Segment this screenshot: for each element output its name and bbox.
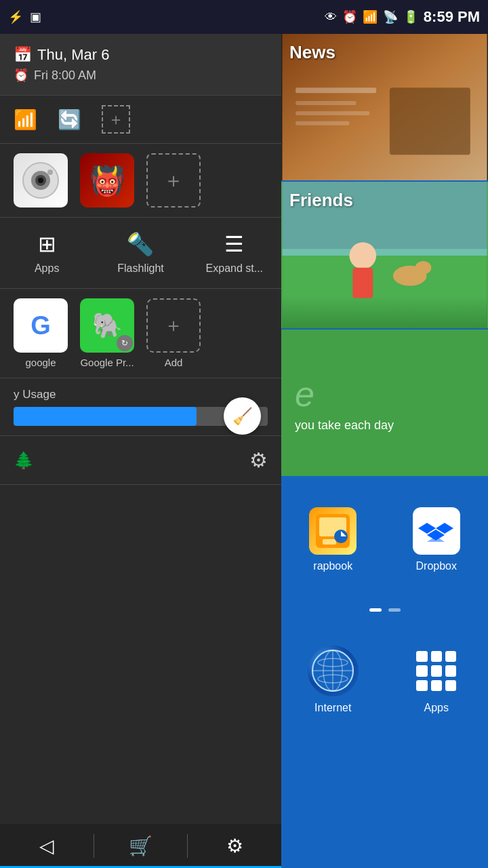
memory-section: y Usage 2.66GB 🧹 (0, 378, 281, 436)
status-icons-left: ⚡ ▣ (8, 9, 41, 24)
dropbox-label: Dropbox (416, 560, 457, 572)
expand-icon: ☰ (224, 231, 244, 257)
dropbox-icon (413, 507, 460, 555)
add-shortcut-button[interactable]: ＋ (146, 153, 201, 208)
svg-rect-13 (282, 249, 487, 328)
date-text: Thu, Mar 6 (37, 46, 109, 64)
expand-action[interactable]: ☰ Expand st... (188, 227, 281, 279)
memory-bar-wrapper: 2.66GB 🧹 (14, 407, 268, 426)
wifi-toggle[interactable]: 📶 (14, 108, 37, 131)
flashlight-action-label: Flashlight (117, 262, 163, 275)
settings-gear-icon[interactable]: ⚙ (249, 448, 268, 472)
calendar-icon: 📅 (14, 46, 32, 64)
svg-rect-22 (323, 539, 336, 545)
memory-bar-fill (14, 407, 197, 426)
right-panel: News Friends e you take each day (281, 34, 488, 868)
tree-icon: 🌲 (14, 451, 34, 470)
menu-gear-icon: ⚙ (226, 835, 243, 857)
apps-row-1: rapbook Dropbox (281, 477, 488, 603)
cart-icon: 🛒 (129, 835, 152, 857)
apps-action[interactable]: ⊞ Apps (0, 227, 94, 279)
home-button[interactable]: 🛒 (94, 824, 188, 868)
page-indicator (281, 603, 488, 617)
back-button[interactable]: ◁ (0, 824, 94, 868)
add-pinned-label: Add (165, 357, 183, 368)
dropbox-tile[interactable]: Dropbox (385, 477, 489, 601)
apps-home-label: Apps (424, 702, 449, 714)
svg-rect-16 (352, 268, 373, 298)
apps-home-icon (411, 646, 462, 696)
internet-globe-icon (308, 646, 359, 696)
google-app[interactable]: G google (14, 298, 68, 368)
news-tile-label: News (289, 42, 336, 63)
clash-app-icon[interactable]: 👹 (80, 153, 134, 208)
scrapbook-label: rapbook (313, 560, 352, 572)
google-icon: G (14, 298, 68, 353)
friends-tile[interactable]: Friends (281, 182, 488, 330)
apps-home-tile[interactable]: Apps (385, 617, 489, 743)
evernote-sync-icon: ↻ (117, 335, 133, 351)
status-bar: ⚡ ▣ 👁 ⏰ 📶 📡 🔋 8:59 PM (0, 0, 488, 34)
page-dot-2 (388, 608, 401, 612)
camera-app-icon[interactable] (14, 153, 68, 208)
status-icons-right: 👁 ⏰ 📶 📡 🔋 8:59 PM (325, 8, 480, 26)
add-pinned-icon: ＋ (146, 298, 201, 353)
evernote-label: Google Pr... (80, 357, 134, 368)
apps-action-label: Apps (35, 262, 59, 275)
evernote-icon: 🐘 ↻ (80, 298, 134, 353)
broom-icon: 🧹 (232, 407, 253, 426)
green-tile[interactable]: e you take each day (281, 330, 488, 477)
svg-rect-9 (296, 111, 369, 115)
quick-toggles: 📶 🔄 ＋ (0, 96, 281, 144)
internet-label: Internet (314, 702, 351, 714)
memory-clean-button[interactable]: 🧹 (224, 397, 261, 435)
scrapbook-tile[interactable]: rapbook (281, 477, 385, 601)
eye-icon: 👁 (325, 10, 337, 24)
bottom-nav: ◁ 🛒 ⚙ (0, 824, 281, 868)
wifi-icon: 📶 (363, 9, 378, 24)
date-row: 📅 Thu, Mar 6 (14, 46, 268, 64)
menu-button[interactable]: ⚙ (188, 824, 281, 868)
page-dot-1 (369, 608, 382, 612)
internet-tile[interactable]: Internet (281, 617, 385, 743)
green-tile-text: you take each day (295, 418, 474, 433)
news-tile[interactable]: News (281, 34, 488, 182)
svg-point-18 (415, 261, 432, 275)
tasks-icon: ▣ (30, 9, 41, 24)
evernote-app[interactable]: 🐘 ↻ Google Pr... (80, 298, 134, 368)
google-label: google (25, 357, 56, 368)
usb-icon: ⚡ (8, 9, 23, 24)
svg-point-15 (349, 242, 376, 269)
pinned-apps-row: G google 🐘 ↻ Google Pr... ＋ Add (0, 289, 281, 378)
svg-point-3 (38, 178, 43, 183)
clash-face-emoji: 👹 (89, 164, 125, 197)
battery-icon: 🔋 (403, 9, 418, 24)
apps-row-2: Internet Apps (281, 617, 488, 743)
alarm-time-text: Fri 8:00 AM (34, 68, 96, 83)
svg-rect-8 (296, 101, 356, 105)
settings-row: 🌲 ⚙ (0, 436, 281, 485)
svg-rect-11 (390, 87, 470, 155)
datetime-section: 📅 Thu, Mar 6 ⏰ Fri 8:00 AM (0, 34, 281, 96)
add-pinned-app[interactable]: ＋ Add (146, 298, 201, 368)
green-tile-letter: e (295, 374, 474, 414)
svg-rect-7 (296, 87, 376, 93)
scrapbook-icon (309, 507, 357, 555)
app-shortcuts-row: 👹 ＋ (0, 144, 281, 218)
flashlight-action[interactable]: 🔦 Flashlight (94, 227, 187, 279)
left-panel: 📅 Thu, Mar 6 ⏰ Fri 8:00 AM 📶 🔄 ＋ 👹 ＋ (0, 34, 281, 868)
expand-action-label: Expand st... (206, 262, 264, 275)
sync-toggle[interactable]: 🔄 (58, 108, 81, 131)
friends-tile-label: Friends (289, 190, 353, 211)
svg-rect-10 (296, 121, 349, 125)
alarm-small-icon: ⏰ (14, 68, 28, 83)
quick-actions-row: ⊞ Apps 🔦 Flashlight ☰ Expand st... (0, 218, 281, 289)
add-toggle-button[interactable]: ＋ (102, 105, 130, 134)
alarm-icon: ⏰ (342, 9, 357, 24)
signal-icon: 📡 (383, 9, 398, 24)
alarm-row: ⏰ Fri 8:00 AM (14, 68, 268, 83)
back-icon: ◁ (39, 835, 54, 857)
memory-label: y Usage (14, 388, 268, 401)
svg-point-4 (47, 170, 53, 175)
status-time: 8:59 PM (424, 8, 480, 26)
